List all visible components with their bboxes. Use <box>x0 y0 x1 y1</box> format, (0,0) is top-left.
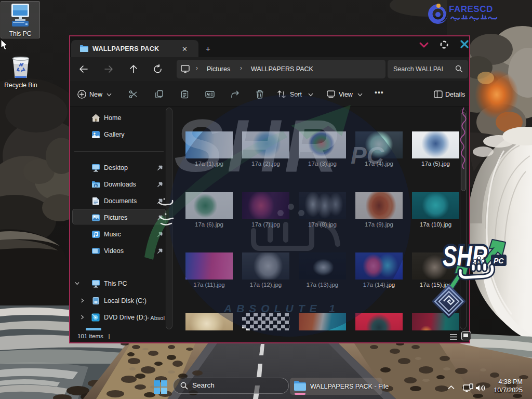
svg-text:PC: PC <box>494 257 504 265</box>
svg-text:PC: PC <box>351 142 384 169</box>
svg-text:SHR: SHR <box>174 104 338 187</box>
